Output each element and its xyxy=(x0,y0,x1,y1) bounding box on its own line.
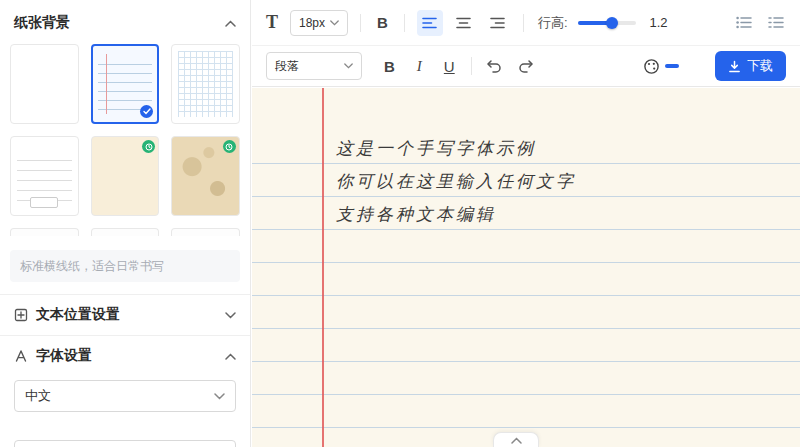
section-text-position[interactable]: 文本位置设置 xyxy=(0,295,250,335)
chevron-up-icon xyxy=(511,437,522,444)
undo-button[interactable] xyxy=(484,57,504,75)
chevron-down-icon xyxy=(214,393,225,400)
handwriting-line: 支持各种文本编辑 xyxy=(336,198,576,231)
section-label: 字体设置 xyxy=(36,347,225,365)
selected-check-icon xyxy=(140,105,153,118)
align-right-button[interactable] xyxy=(485,10,511,36)
divider xyxy=(360,14,361,32)
paper-thumbnail-grid-paper[interactable] xyxy=(171,44,240,124)
paper-description: 标准横线纸，适合日常书写 xyxy=(10,250,240,282)
paragraph-select-value: 段落 xyxy=(275,58,299,75)
text-size-icon: T xyxy=(266,12,278,33)
underline-button[interactable]: U xyxy=(440,56,459,77)
collapse-panel-button[interactable] xyxy=(493,432,539,447)
slider-thumb[interactable] xyxy=(606,17,618,29)
download-button[interactable]: 下载 xyxy=(715,51,786,81)
editor-main: T 18px B 行高: xyxy=(252,0,800,447)
paper-thumbnail-cream[interactable] xyxy=(91,136,160,216)
palette-icon xyxy=(643,58,660,75)
handwriting-simulator-app: 纸张背景 xyxy=(0,0,800,447)
paper-thumbnail-blank[interactable] xyxy=(10,44,79,124)
paper-thumbnail-partial[interactable] xyxy=(10,228,79,236)
font-family-select-partial[interactable] xyxy=(14,440,236,447)
chevron-down-icon xyxy=(225,312,236,319)
italic-button[interactable]: I xyxy=(413,56,426,77)
redo-button[interactable] xyxy=(516,57,536,75)
language-select-value: 中文 xyxy=(25,387,51,405)
premium-badge-icon xyxy=(223,140,236,153)
divider xyxy=(471,57,472,75)
align-left-button[interactable] xyxy=(417,10,443,36)
font-size-select[interactable]: 18px xyxy=(290,10,348,36)
numbered-list-button[interactable] xyxy=(766,14,786,31)
premium-badge-icon xyxy=(142,140,155,153)
align-group xyxy=(417,10,511,36)
chevron-down-icon xyxy=(344,63,353,69)
toolbar-row-2: 段落 B I U 下载 xyxy=(252,46,800,87)
font-size-value: 18px xyxy=(299,16,325,30)
paper-background-section-header[interactable]: 纸张背景 xyxy=(0,0,250,40)
red-margin-line xyxy=(322,88,324,447)
download-label: 下载 xyxy=(747,57,773,75)
chevron-up-icon xyxy=(225,353,236,360)
line-height-label: 行高: xyxy=(538,14,568,32)
margin-line-preview xyxy=(106,54,107,114)
line-height-value: 1.2 xyxy=(650,15,668,30)
divider xyxy=(523,14,524,32)
grid-preview xyxy=(178,51,233,117)
current-color-swatch xyxy=(665,64,679,68)
align-center-button[interactable] xyxy=(451,10,477,36)
chevron-up-icon xyxy=(225,20,236,27)
line-height-slider[interactable] xyxy=(578,16,636,30)
paper-canvas[interactable]: 这是一个手写字体示例 你可以在这里输入任何文字 支持各种文本编辑 xyxy=(252,88,800,447)
paper-thumbnail-ruled-selected[interactable] xyxy=(91,44,160,124)
paragraph-select[interactable]: 段落 xyxy=(266,52,362,80)
text-color-palette-button[interactable] xyxy=(641,56,681,77)
section-font-settings[interactable]: 字体设置 xyxy=(0,336,250,376)
paper-thumbnail-grid xyxy=(0,40,250,236)
section-label: 文本位置设置 xyxy=(36,306,225,324)
chevron-down-icon xyxy=(330,20,339,26)
bullet-list-button[interactable] xyxy=(734,14,754,31)
handwriting-line: 这是一个手写字体示例 xyxy=(336,132,576,165)
paper-thumbnail-partial[interactable] xyxy=(91,228,160,236)
paper-section-title: 纸张背景 xyxy=(14,14,70,32)
label-box-preview xyxy=(30,197,58,208)
bold-button[interactable]: B xyxy=(373,12,392,33)
paper-thumbnail-vintage[interactable] xyxy=(171,136,240,216)
sidebar: 纸张背景 xyxy=(0,0,251,447)
handwriting-text[interactable]: 这是一个手写字体示例 你可以在这里输入任何文字 支持各种文本编辑 xyxy=(336,132,576,231)
download-icon xyxy=(728,60,741,73)
divider xyxy=(404,14,405,32)
bold-button[interactable]: B xyxy=(380,56,399,77)
toolbar-row-1: T 18px B 行高: xyxy=(252,0,800,46)
font-icon xyxy=(14,349,28,363)
language-select[interactable]: 中文 xyxy=(14,380,236,412)
paper-thumbnail-gray-ruled[interactable] xyxy=(10,136,79,216)
handwriting-line: 你可以在这里输入任何文字 xyxy=(336,165,576,198)
paper-thumbnail-partial[interactable] xyxy=(171,228,240,236)
position-icon xyxy=(14,308,28,322)
